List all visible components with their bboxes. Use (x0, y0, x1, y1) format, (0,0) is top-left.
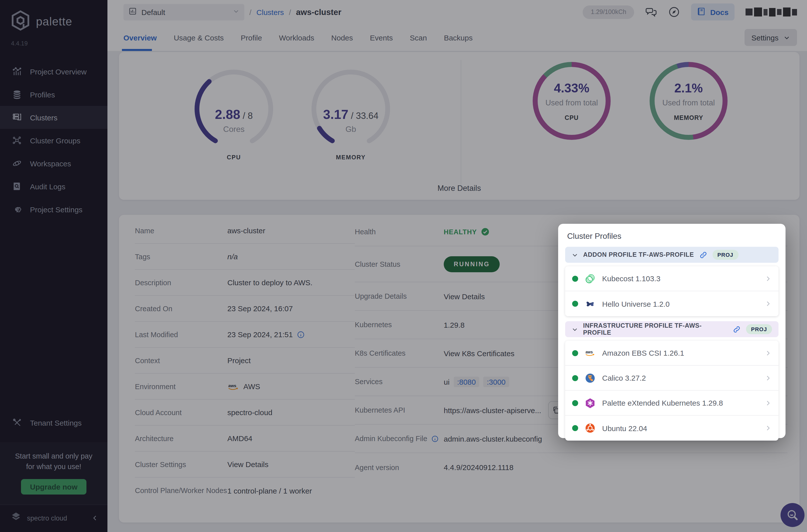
chevron-right-icon (765, 275, 771, 282)
chevron-down-icon (571, 251, 578, 258)
pack-row-palette-extended-kubernetes[interactable]: Palette eXtended Kubernetes 1.29.8 (565, 391, 778, 416)
chevron-down-icon (571, 326, 578, 332)
cluster-profiles-popup: Cluster Profiles ADDON PROFILE TF-AWS-PR… (558, 224, 786, 438)
addon-profile-items: Kubecost 1.103.3 Hello Universe 1.2.0 (565, 266, 778, 316)
link-icon[interactable] (699, 250, 707, 259)
pack-status-dot (572, 400, 578, 406)
popup-title: Cluster Profiles (567, 232, 778, 241)
pack-status-dot (572, 350, 578, 356)
screen: palette 4.4.19 Project Overview Profiles… (0, 0, 807, 532)
palette-xk-logo-icon (585, 397, 596, 408)
pack-row-hello-universe[interactable]: Hello Universe 1.2.0 (565, 291, 778, 316)
pack-status-dot (572, 425, 578, 431)
chevron-right-icon (765, 424, 771, 432)
chevron-right-icon (765, 349, 771, 356)
chevron-right-icon (765, 399, 771, 406)
chevron-right-icon (765, 300, 771, 307)
chevron-right-icon (765, 374, 771, 381)
addon-profile-header[interactable]: ADDON PROFILE TF-AWS-PROFILE PROJ (565, 247, 778, 263)
svg-text:aws: aws (585, 350, 593, 354)
infrastructure-profile-header[interactable]: INFRASTRUCTURE PROFILE TF-AWS-PROFILE PR… (565, 321, 778, 337)
pack-row-calico[interactable]: Calico 3.27.2 (565, 366, 778, 391)
proj-scope-badge: PROJ (746, 324, 772, 334)
hello-universe-logo-icon (585, 298, 596, 309)
pack-row-kubecost[interactable]: Kubecost 1.103.3 (565, 266, 778, 291)
pack-row-amazon-ebs-csi[interactable]: aws Amazon EBS CSI 1.26.1 (565, 341, 778, 366)
pack-status-dot (572, 301, 578, 307)
link-icon[interactable] (733, 325, 741, 334)
aws-logo-icon: aws (585, 347, 596, 358)
proj-scope-badge: PROJ (712, 250, 738, 260)
pack-status-dot (572, 276, 578, 282)
ubuntu-logo-icon (585, 423, 596, 434)
pack-row-ubuntu[interactable]: Ubuntu 22.04 (565, 416, 778, 441)
infrastructure-profile-items: aws Amazon EBS CSI 1.26.1 Calico 3.27.2 … (565, 341, 778, 441)
pack-status-dot (572, 375, 578, 381)
kubecost-logo-icon (585, 273, 596, 284)
calico-logo-icon (585, 373, 596, 383)
